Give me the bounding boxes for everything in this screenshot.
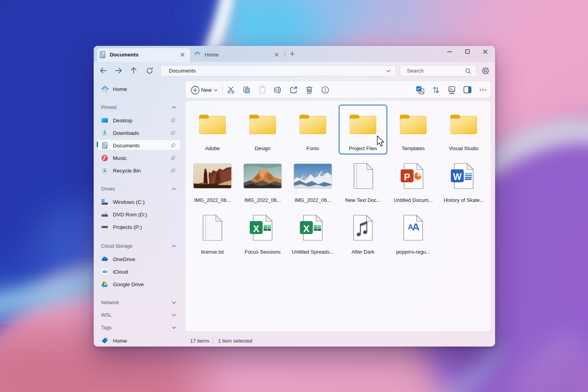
- svg-text:A: A: [412, 221, 420, 233]
- svg-text:W: W: [453, 172, 462, 182]
- svg-text:P: P: [404, 172, 410, 182]
- svg-text:X: X: [303, 223, 309, 234]
- svg-text:X: X: [253, 223, 259, 234]
